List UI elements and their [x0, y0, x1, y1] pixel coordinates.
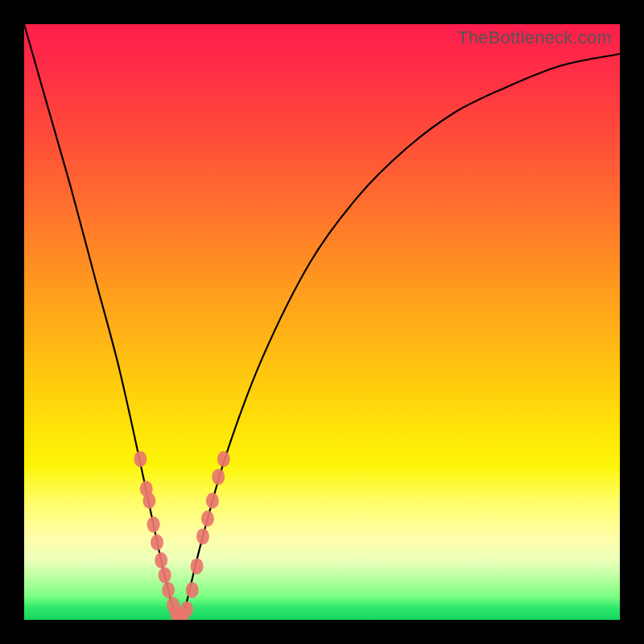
chart-frame: TheBottleneck.com: [0, 0, 644, 644]
sample-point: [147, 517, 160, 533]
sample-point: [180, 601, 193, 617]
sample-point: [151, 535, 163, 551]
curve-layer: [24, 24, 620, 620]
sample-point: [134, 451, 147, 467]
sample-point: [155, 552, 167, 568]
sample-point: [212, 469, 225, 485]
sample-point: [217, 451, 230, 467]
sample-point: [201, 510, 214, 526]
sample-point: [191, 558, 204, 574]
sample-point: [162, 582, 175, 598]
sample-point: [186, 582, 199, 598]
sample-point: [196, 528, 209, 544]
sample-point: [206, 493, 219, 509]
sample-point: [159, 568, 171, 584]
sample-points-group: [134, 451, 230, 620]
sample-point: [142, 493, 155, 509]
bottleneck-curve-path: [24, 24, 620, 617]
plot-area: TheBottleneck.com: [24, 24, 620, 620]
